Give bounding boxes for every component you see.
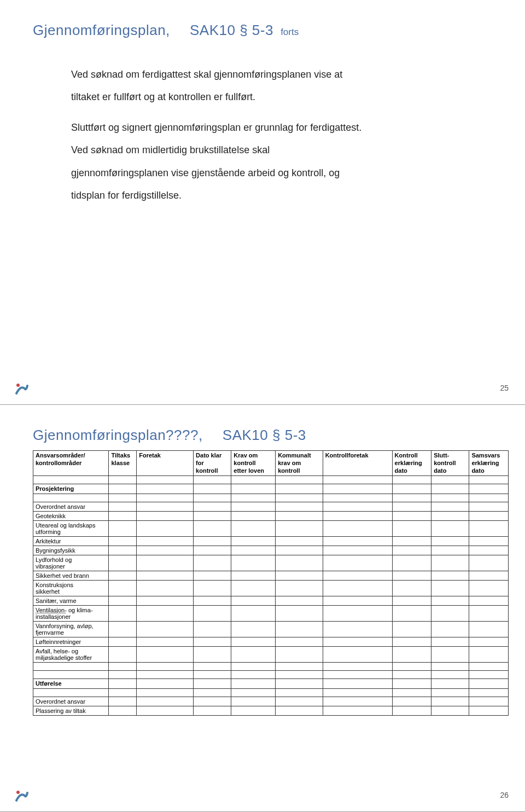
table-cell — [323, 671, 392, 679]
table-cell — [431, 537, 469, 546]
table-cell — [431, 502, 469, 512]
table-cell — [137, 512, 194, 521]
table-cell — [392, 476, 431, 484]
table-cell — [431, 571, 469, 581]
table-cell — [137, 647, 194, 663]
table-cell — [276, 671, 323, 679]
table-cell: Bygningsfysikk — [33, 546, 109, 555]
table-cell — [469, 663, 509, 671]
slide1-title: Gjennomføringsplan, SAK10 § 5-3 forts — [33, 22, 492, 39]
table-cell — [276, 679, 323, 689]
table-cell — [231, 647, 276, 663]
table-header-cell: Ansvarsområder/kontrollområder — [33, 451, 109, 476]
table-cell — [469, 476, 509, 484]
slide-1: Gjennomføringsplan, SAK10 § 5-3 forts Ve… — [0, 0, 525, 405]
table-cell — [392, 606, 431, 622]
table-cell — [431, 697, 469, 706]
table-cell — [194, 606, 231, 622]
table-row: Vannforsyning, avløp,fjernvarme — [33, 622, 509, 637]
table-cell — [469, 484, 509, 494]
table-header-cell: Foretak — [137, 451, 194, 476]
table-row: Sanitær, varme — [33, 596, 509, 606]
table-cell — [431, 647, 469, 663]
table-cell — [323, 663, 392, 671]
table-cell — [469, 546, 509, 555]
table-cell — [137, 502, 194, 512]
table-cell — [276, 697, 323, 706]
table-header-row: Ansvarsområder/kontrollområderTiltakskla… — [33, 451, 509, 476]
table-cell — [469, 521, 509, 537]
table-cell — [137, 494, 194, 502]
table-row — [33, 671, 509, 679]
table-cell — [469, 622, 509, 637]
table-cell — [33, 671, 109, 679]
table-cell — [231, 484, 276, 494]
table-cell — [276, 502, 323, 512]
table-cell — [323, 706, 392, 716]
table-cell — [431, 679, 469, 689]
table-cell — [392, 596, 431, 606]
table-cell — [231, 637, 276, 647]
table-cell — [276, 596, 323, 606]
table-cell — [431, 484, 469, 494]
table-cell — [431, 494, 469, 502]
table-cell: Overordnet ansvar — [33, 502, 109, 512]
table-cell — [231, 476, 276, 484]
table-cell — [392, 622, 431, 637]
table-cell — [431, 546, 469, 555]
table-cell — [392, 571, 431, 581]
table-row: Prosjektering — [33, 484, 509, 494]
table-cell — [137, 689, 194, 697]
table-cell — [323, 502, 392, 512]
table-row — [33, 663, 509, 671]
table-cell — [323, 537, 392, 546]
table-cell — [109, 606, 137, 622]
table-cell — [231, 679, 276, 689]
table-cell — [137, 596, 194, 606]
table-cell — [276, 484, 323, 494]
table-cell — [323, 606, 392, 622]
slide1-title-suffix: forts — [281, 27, 299, 37]
table-cell — [231, 697, 276, 706]
slide1-title-main: Gjennomføringsplan, — [33, 22, 170, 38]
table-cell — [109, 581, 137, 596]
table-cell — [392, 484, 431, 494]
table-cell — [231, 512, 276, 521]
logo-icon — [14, 788, 30, 804]
table-cell — [392, 555, 431, 571]
table-cell — [194, 484, 231, 494]
table-cell — [392, 537, 431, 546]
table-header-cell: Dato klarforkontroll — [194, 451, 231, 476]
table-cell — [392, 679, 431, 689]
table-cell — [137, 622, 194, 637]
table-cell — [392, 689, 431, 697]
table-cell — [469, 706, 509, 716]
table-row: Avfall, helse- ogmiljøskadelige stoffer — [33, 647, 509, 663]
table-cell — [109, 502, 137, 512]
table-cell — [323, 697, 392, 706]
table-cell: Vannforsyning, avløp,fjernvarme — [33, 622, 109, 637]
body-line: Sluttført og signert gjennomføringsplan … — [71, 117, 476, 139]
table-cell — [137, 546, 194, 555]
table-cell — [323, 679, 392, 689]
table-cell — [323, 521, 392, 537]
table-cell — [231, 706, 276, 716]
table-cell — [137, 671, 194, 679]
table-cell — [276, 512, 323, 521]
table-cell — [323, 637, 392, 647]
table-cell — [323, 689, 392, 697]
table-row: Overordnet ansvar — [33, 502, 509, 512]
table-cell — [392, 494, 431, 502]
table-cell — [137, 679, 194, 689]
table-cell — [276, 571, 323, 581]
table-cell — [109, 663, 137, 671]
table-header-cell: Tiltaksklasse — [109, 451, 137, 476]
table-row: Utførelse — [33, 679, 509, 689]
table-cell — [109, 689, 137, 697]
table-cell — [392, 671, 431, 679]
body-line: tiltaket er fullført og at kontrollen er… — [71, 86, 476, 108]
table-cell — [392, 581, 431, 596]
table-cell — [109, 637, 137, 647]
table-cell — [231, 546, 276, 555]
table-row: Uteareal og landskapsutforming — [33, 521, 509, 537]
